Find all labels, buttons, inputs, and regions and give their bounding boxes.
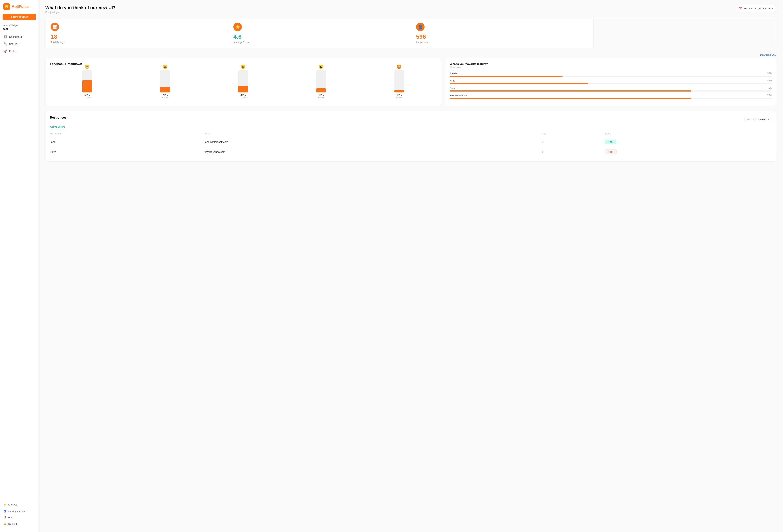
help-item[interactable]: ❓ Help: [3, 515, 36, 521]
page-title: What do you think of our new UI?: [45, 5, 116, 10]
responses-title: Responses: [50, 116, 67, 120]
bar-votes: 11 votes: [239, 96, 247, 99]
nav-items: 📋 Dashboard 🔧 Set Up 🚀 Embed: [0, 33, 38, 498]
bar-column: 😁55%22 votes: [50, 64, 124, 99]
bar-votes: 10 votes: [161, 96, 169, 99]
signout-item[interactable]: 🔒 Sign out: [3, 521, 36, 527]
table-cell-status: Fan: [605, 137, 772, 147]
stat-card-ratings: 📊 18 Total Ratings: [45, 18, 228, 48]
stat-card-score: ⭐ 4.6 Average Score: [228, 18, 411, 48]
table-row: Floydfloyd@yahoo.com1Risk: [50, 147, 772, 157]
table-header: First NameEmailVoteStatus: [50, 131, 772, 137]
bar-wrapper: [128, 70, 202, 92]
user-item[interactable]: 👤 ana@gmail.com: [3, 508, 36, 514]
responses-table: First NameEmailVoteStatus Janejane@micro…: [50, 131, 772, 157]
feature-row: Data75%: [450, 87, 772, 92]
feature-progress-fill: [450, 76, 563, 77]
sidebar-bottom: 📁 Archived 👤 ana@gmail.com ❓ Help 🔒 Sign…: [0, 500, 38, 529]
bar-column: 🙂30%11 votes: [206, 64, 280, 99]
bar-fill: [238, 86, 248, 92]
embed-label: Embed: [9, 50, 17, 53]
bar-bg: [160, 70, 170, 92]
score-value: 4.6: [233, 33, 406, 40]
page-title-area: What do you think of our new UI? Emoji W…: [45, 5, 116, 13]
bar-votes: 22 votes: [83, 96, 91, 99]
table-header-row: First NameEmailVoteStatus: [50, 131, 772, 137]
feature-poll-title: What's your favorite feature?: [450, 62, 772, 65]
table-cell-vote: 5: [541, 137, 605, 147]
calendar-icon: 📅: [739, 7, 742, 10]
date-range-picker[interactable]: 📅 19.12.2022 - 25.12.2023 ▼: [736, 5, 776, 12]
ratings-value: 18: [51, 33, 223, 40]
main-content: What do you think of our new UI? Emoji W…: [39, 0, 783, 532]
chevron-down-icon: ▼: [772, 7, 774, 10]
sort-chevron-icon: ▼: [767, 118, 770, 121]
feature-rows: Emojis35%NPS43%Data75%Editable widgets75…: [450, 72, 772, 99]
stats-row: 📊 18 Total Ratings ⭐ 4.6 Average Score 👤…: [45, 18, 776, 48]
table-header-cell: First Name: [50, 131, 205, 137]
table-row: Janejane@microsoft.com5Fan: [50, 137, 772, 147]
feature-progress-bg: [450, 98, 772, 99]
bar-column: 😄25%10 votes: [128, 64, 202, 99]
feature-row-pct: 35%: [768, 72, 772, 75]
feature-progress-bg: [450, 90, 772, 92]
active-voters-tab[interactable]: Active Voters: [50, 125, 65, 129]
table-cell-vote: 1: [541, 147, 605, 157]
feature-row: Editable widgets75%: [450, 94, 772, 99]
feature-row-label: NPS: [450, 80, 455, 82]
stat-card-impression: 👤 596 Impression: [411, 18, 594, 48]
feature-progress-fill: [450, 98, 691, 99]
archived-item[interactable]: 📁 Archived: [3, 502, 36, 507]
status-badge: Risk: [605, 150, 617, 154]
archived-label: Archived: [8, 503, 18, 506]
table-header-cell: Vote: [541, 131, 605, 137]
page-header: What do you think of our new UI? Emoji W…: [45, 5, 776, 13]
bar-chart: 😁55%22 votes😄25%10 votes🙂30%11 votes😐18%…: [50, 69, 436, 99]
responses-section: Responses Short by : Newest ▼ Active Vot…: [45, 111, 776, 161]
sidebar-item-embed[interactable]: 🚀 Embed: [2, 48, 37, 55]
download-csv-link[interactable]: Download CSV: [45, 54, 776, 56]
logo-text: MojiPulse: [11, 5, 29, 9]
bar-fill: [160, 87, 170, 92]
feature-row-label: Emojis: [450, 72, 457, 75]
feature-progress-fill: [450, 90, 691, 92]
signout-label: Sign out: [8, 523, 17, 525]
bar-votes: 8 votes: [318, 96, 324, 99]
impression-icon: 👤: [416, 23, 425, 31]
feedback-chart-card: Feedback Breakdown 😁55%22 votes😄25%10 vo…: [45, 58, 441, 106]
bar-percentage: 25%: [162, 94, 167, 96]
sidebar-item-setup[interactable]: 🔧 Set Up: [2, 40, 37, 47]
signout-icon: 🔒: [4, 523, 7, 525]
logo-area: 🙂 MojiPulse: [0, 3, 38, 13]
new-widget-button[interactable]: + New Widget: [3, 13, 36, 20]
bar-column: 😡10%6 votes: [362, 64, 436, 99]
logo-icon: 🙂: [3, 3, 10, 10]
feature-poll-answers: 40 answers: [450, 66, 772, 69]
impression-value: 596: [416, 33, 588, 40]
feature-row: NPS43%: [450, 80, 772, 84]
active-widget-prefix: Active Widget: [0, 23, 38, 27]
feature-row-pct: 75%: [768, 94, 772, 97]
sidebar-item-dashboard[interactable]: 📋 Dashboard: [2, 33, 37, 40]
date-range-value: 19.12.2022 - 25.12.2023: [744, 7, 770, 10]
user-email: ana@gmail.com: [8, 510, 25, 512]
ratings-icon: 📊: [51, 23, 59, 31]
bar-wrapper: [362, 70, 436, 92]
feature-progress-fill: [450, 83, 588, 84]
bar-emoji: 🙂: [241, 64, 246, 69]
feature-row-pct: 75%: [768, 87, 772, 90]
table-body: Janejane@microsoft.com5FanFloydfloyd@yah…: [50, 137, 772, 157]
embed-icon: 🚀: [4, 49, 7, 53]
bar-bg: [394, 70, 404, 92]
stat-card-empty: [594, 18, 776, 48]
score-icon: ⭐: [233, 23, 242, 31]
score-label: Average Score: [233, 41, 406, 44]
table-header-cell: Email: [205, 131, 541, 137]
feature-row: Emojis35%: [450, 72, 772, 77]
sort-dropdown[interactable]: Short by : Newest ▼: [744, 117, 772, 122]
bar-column: 😐18%8 votes: [284, 64, 358, 99]
bar-fill: [394, 90, 404, 92]
feature-progress-bg: [450, 83, 772, 84]
sort-value: Newest: [758, 118, 766, 121]
dashboard-label: Dashboard: [9, 35, 22, 38]
